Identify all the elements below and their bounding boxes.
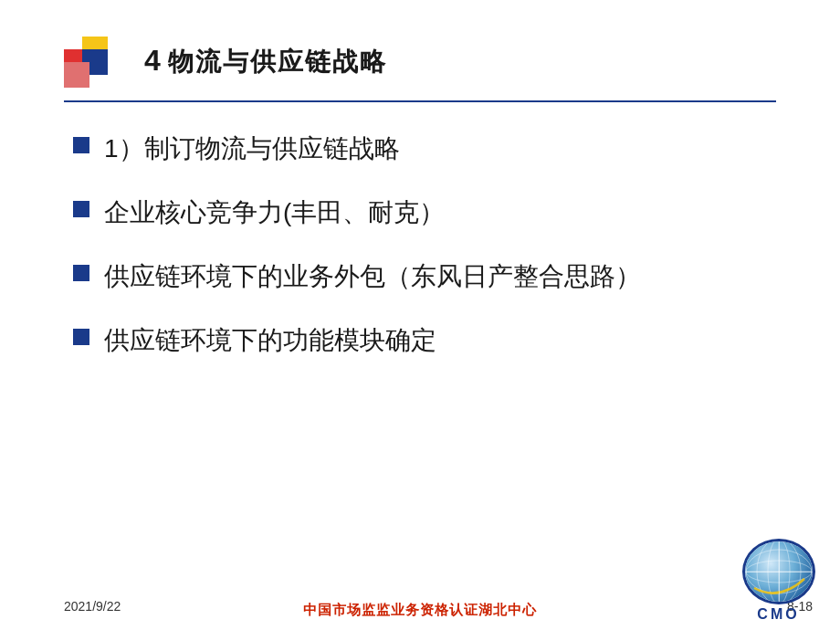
- logo-block: [64, 37, 128, 91]
- divider: [64, 100, 776, 102]
- slide-header: 4物流与供应链战略: [64, 37, 776, 91]
- list-item: 1）制订物流与供应链战略: [73, 130, 776, 168]
- list-item: 企业核心竞争力(丰田、耐克）: [73, 194, 776, 232]
- cmo-globe: [745, 539, 813, 604]
- bullet-text-4: 供应链环境下的功能模块确定: [104, 321, 776, 360]
- list-item: 供应链环境下的功能模块确定: [73, 321, 776, 360]
- bullet-text-2: 企业核心竞争力(丰田、耐克）: [104, 194, 776, 232]
- slide: 4物流与供应链战略 1）制订物流与供应链战略 企业核心竞争力(丰田、耐克） 供应…: [0, 0, 840, 630]
- bullet-text-3: 供应链环境下的业务外包（东风日产整合思路）: [104, 257, 776, 296]
- slide-footer: 2021/9/22 中国市场监监业务资格认证湖北中心 8-18: [0, 583, 840, 630]
- list-item: 供应链环境下的业务外包（东风日产整合思路）: [73, 257, 776, 296]
- cmo-logo: CMO: [717, 539, 840, 630]
- title-number: 4: [144, 44, 163, 77]
- title-text: 物流与供应链战略: [168, 47, 387, 76]
- cmo-text: CMO: [757, 606, 799, 623]
- cmo-circle: [742, 539, 815, 604]
- logo-square-pink: [64, 62, 89, 88]
- slide-title: 4物流与供应链战略: [144, 44, 776, 79]
- footer-date: 2021/9/22: [64, 599, 121, 614]
- bullet-marker: [73, 265, 89, 281]
- globe-svg: [745, 539, 813, 604]
- bullet-marker: [73, 329, 89, 345]
- footer-org: 中国市场监监业务资格认证湖北中心: [303, 602, 537, 619]
- bullet-marker: [73, 137, 89, 153]
- bullet-list: 1）制订物流与供应链战略 企业核心竞争力(丰田、耐克） 供应链环境下的业务外包（…: [73, 130, 776, 360]
- bullet-marker: [73, 201, 89, 217]
- title-area: 4物流与供应链战略: [144, 37, 776, 79]
- bullet-text-1: 1）制订物流与供应链战略: [104, 130, 776, 168]
